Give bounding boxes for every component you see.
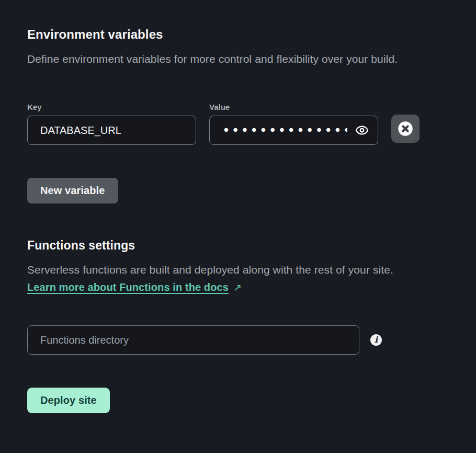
remove-variable-button[interactable] (391, 115, 420, 143)
value-input[interactable]: •••••••••••••••••••••• (209, 116, 378, 145)
functions-docs-link[interactable]: Learn more about Functions in the docs (27, 281, 229, 293)
functions-settings-section: Functions settings Serverless functions … (27, 239, 455, 413)
settings-page: Environment variables Define environment… (0, 0, 476, 413)
value-label: Value (209, 103, 378, 111)
value-field-group: Value •••••••••••••••••••••• (209, 103, 378, 145)
new-variable-button[interactable]: New variable (27, 178, 118, 203)
arrow-up-right-icon: ↗ (233, 281, 242, 293)
info-circle-icon[interactable]: i (370, 334, 382, 346)
variable-row: Key Value •••••••••••••••••••••• (27, 103, 455, 145)
environment-variables-section: Environment variables Define environment… (27, 27, 455, 203)
key-field-group: Key (27, 103, 196, 145)
functions-directory-row: i (27, 325, 455, 355)
key-label: Key (27, 103, 196, 111)
functions-settings-description: Serverless functions are built and deplo… (27, 264, 455, 276)
functions-directory-input[interactable] (27, 325, 359, 355)
key-input[interactable] (27, 116, 196, 145)
environment-variables-description: Define environment variables for more co… (27, 53, 455, 65)
reveal-value-button[interactable] (355, 123, 369, 138)
deploy-site-button[interactable]: Deploy site (27, 388, 110, 413)
eye-icon (355, 123, 369, 137)
value-masked-text[interactable]: •••••••••••••••••••••• (222, 116, 347, 144)
environment-variables-title: Environment variables (27, 27, 455, 42)
functions-settings-title: Functions settings (27, 239, 455, 253)
docs-link-row: Learn more about Functions in the docs↗ (27, 281, 455, 293)
x-circle-icon (398, 121, 413, 137)
